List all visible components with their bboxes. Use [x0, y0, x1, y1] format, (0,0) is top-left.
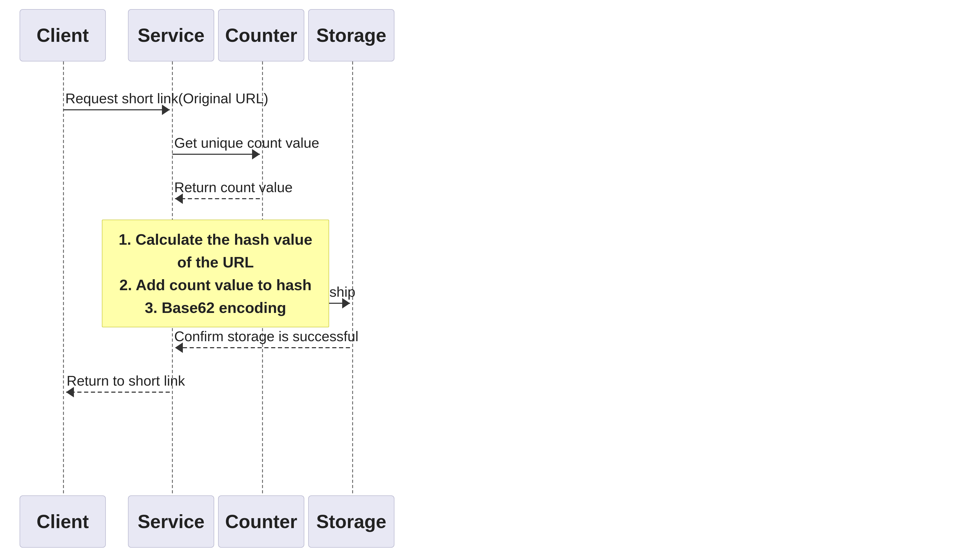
participant-storage-top-label: Storage: [316, 25, 386, 46]
participant-storage-top: Storage: [308, 9, 395, 61]
note-line-1: 1. Calculate the hash value of the URL: [113, 228, 318, 273]
participant-storage-bottom-label: Storage: [316, 511, 386, 532]
participant-counter-top-label: Counter: [225, 25, 297, 46]
svg-text:Request short link(Original UR: Request short link(Original URL): [65, 91, 268, 106]
svg-marker-14: [342, 298, 350, 308]
participant-client-top: Client: [19, 9, 106, 61]
note-line-3: 3. Base62 encoding: [113, 296, 318, 319]
svg-text:Return to short link: Return to short link: [67, 373, 185, 388]
svg-text:Confirm storage is successful: Confirm storage is successful: [174, 328, 358, 344]
participant-client-bottom-label: Client: [37, 511, 89, 532]
note-line-2: 2. Add count value to hash: [113, 273, 318, 296]
sequence-diagram: Request short link(Original URL) Get uni…: [0, 0, 980, 549]
participant-service-top-label: Service: [138, 25, 205, 46]
participant-counter-bottom-label: Counter: [225, 511, 297, 532]
svg-marker-17: [175, 343, 183, 353]
svg-marker-11: [175, 193, 183, 204]
participant-counter-bottom: Counter: [218, 495, 304, 548]
note-box: 1. Calculate the hash value of the URL 2…: [102, 220, 329, 327]
svg-marker-5: [162, 105, 170, 115]
svg-text:Get unique count value: Get unique count value: [174, 135, 319, 151]
participant-storage-bottom: Storage: [308, 495, 395, 548]
participant-service-top: Service: [128, 9, 214, 61]
participant-client-bottom: Client: [19, 495, 106, 548]
participant-service-bottom: Service: [128, 495, 214, 548]
participant-client-top-label: Client: [37, 25, 89, 46]
svg-text:Return count value: Return count value: [174, 179, 293, 195]
participant-counter-top: Counter: [218, 9, 304, 61]
svg-marker-8: [252, 149, 260, 160]
svg-marker-20: [66, 387, 74, 397]
participant-service-bottom-label: Service: [138, 511, 205, 532]
